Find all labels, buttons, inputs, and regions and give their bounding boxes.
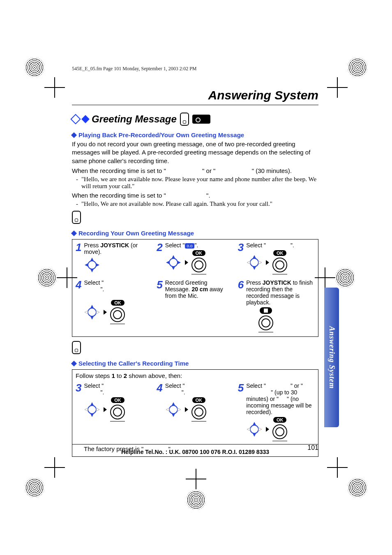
crosshair-icon	[319, 272, 331, 284]
diamond-icon	[71, 132, 77, 138]
step-4b: 4 Select "". OK	[157, 382, 233, 441]
page: 545E_E_05.fm Page 101 Monday, September …	[0, 0, 392, 555]
divider	[72, 444, 318, 444]
regmark-icon	[37, 268, 57, 288]
body-paragraph: If you do not record your own greeting m…	[72, 140, 318, 165]
arrow-right-icon	[104, 407, 107, 412]
handset-icon	[180, 113, 189, 126]
crosshair-icon	[331, 81, 344, 94]
arrow-right-icon	[266, 260, 269, 265]
regmark-icon	[348, 58, 367, 77]
crosshair-icon	[48, 461, 61, 474]
svg-marker-32	[253, 433, 256, 437]
body-line: When the recording time is set to " " or…	[72, 167, 318, 175]
regmark-icon	[186, 490, 206, 510]
ok-button-icon: OK	[191, 250, 206, 274]
svg-marker-2	[90, 269, 94, 272]
step-1: 1 Press JOYSTICK (or move).	[76, 242, 152, 274]
joystick-updown-icon	[165, 401, 182, 418]
quoted-message: - "Hello, We are not available now. Plea…	[76, 200, 318, 207]
crosshair-icon	[48, 81, 61, 94]
joystick-updown-icon	[246, 421, 263, 438]
body-line: When the recording time is set to " ".	[72, 191, 318, 200]
svg-marker-7	[172, 267, 175, 270]
svg-point-20	[88, 405, 96, 414]
chapter-title: Answering System	[72, 88, 318, 102]
step-3b: 3 Select "". OK	[76, 382, 152, 441]
svg-marker-26	[172, 402, 175, 405]
svg-marker-11	[253, 255, 256, 258]
svg-marker-12	[253, 267, 256, 270]
svg-marker-21	[90, 402, 94, 405]
answering-machine-icon	[192, 115, 210, 124]
ok-button-icon: OK	[110, 300, 125, 324]
step-5b: 5 Select "" or "" (up to 30 minutes) or …	[238, 382, 315, 441]
section-header: Greeting Message	[72, 113, 318, 126]
svg-marker-3	[85, 263, 88, 267]
ok-button-icon: OK	[272, 250, 287, 274]
quoted-message: - "Hello, we are not available now. Plea…	[76, 176, 318, 190]
svg-marker-28	[166, 408, 169, 411]
section-title: Greeting Message	[92, 113, 177, 125]
svg-marker-17	[90, 316, 94, 320]
svg-marker-34	[258, 428, 262, 431]
ok-button-icon: OK	[272, 417, 287, 441]
svg-marker-18	[85, 311, 88, 314]
svg-marker-29	[178, 408, 181, 411]
ok-button-icon: OK	[191, 397, 206, 421]
ok-button-icon: OK	[110, 397, 125, 421]
svg-marker-16	[90, 305, 94, 308]
handset-icon	[72, 341, 81, 354]
footer: Helpline Tel.No. : U.K. 08700 100 076 R.…	[72, 443, 318, 455]
step-3: 3 Select "". OK	[238, 242, 315, 274]
arrow-right-icon	[266, 427, 269, 432]
svg-point-25	[169, 405, 178, 414]
divider	[72, 105, 318, 105]
crosshair-icon	[190, 473, 202, 485]
subheading-record: Recording Your Own Greeting Message	[72, 230, 318, 237]
arrow-right-icon	[104, 310, 107, 315]
joystick-updown-icon	[84, 401, 100, 418]
diamond-icon	[81, 115, 90, 123]
joystick-updown-icon	[84, 304, 100, 320]
svg-marker-33	[247, 428, 250, 431]
subheading-text: Recording Your Own Greeting Message	[78, 230, 194, 237]
svg-marker-1	[90, 258, 94, 261]
arrow-right-icon	[185, 260, 188, 265]
subheading-text: Selecting the Caller's Recording Time	[78, 360, 189, 367]
step-6: 6 Press JOYSTICK to finish recording the…	[238, 279, 315, 332]
subheading-text: Playing Back Pre-Recorded/Your Own Greet…	[78, 131, 244, 138]
step-2: 2 Select "o.o". OK	[157, 242, 233, 274]
svg-marker-22	[90, 414, 94, 417]
svg-point-5	[169, 258, 178, 267]
regmark-icon	[25, 478, 44, 497]
svg-point-15	[88, 308, 96, 316]
svg-marker-14	[258, 261, 262, 264]
diamond-icon	[71, 230, 77, 236]
instruction-line: Follow steps 1 to 2 shown above, then:	[76, 372, 315, 379]
svg-marker-8	[166, 261, 169, 264]
crosshair-icon	[331, 461, 344, 474]
regmark-icon	[25, 58, 44, 77]
regmark-icon	[348, 478, 367, 497]
side-tab-label: Answering System	[327, 326, 336, 389]
stop-button-icon	[258, 307, 273, 332]
svg-marker-19	[96, 311, 99, 314]
svg-marker-31	[253, 422, 256, 425]
subheading-playback: Playing Back Pre-Recorded/Your Own Greet…	[72, 131, 318, 138]
diamond-icon	[71, 361, 77, 366]
source-header: 545E_E_05.fm Page 101 Monday, September …	[72, 66, 318, 72]
svg-marker-13	[247, 261, 250, 264]
joystick-all-icon	[84, 257, 100, 273]
answer-system-icon: o.o	[185, 243, 195, 249]
crosshair-icon	[61, 272, 73, 284]
step-5: 5 Record Greeting Message. 20 cm away fr…	[157, 279, 233, 332]
regmark-icon	[335, 268, 355, 288]
handset-icon	[72, 211, 81, 224]
page-number: 101	[307, 444, 318, 451]
helpline-text: Helpline Tel.No. : U.K. 08700 100 076 R.…	[121, 449, 269, 455]
subheading-rectime: Selecting the Caller's Recording Time	[72, 360, 318, 367]
diamond-icon	[70, 114, 81, 124]
svg-marker-27	[172, 414, 175, 417]
joystick-all-icon	[165, 254, 182, 271]
